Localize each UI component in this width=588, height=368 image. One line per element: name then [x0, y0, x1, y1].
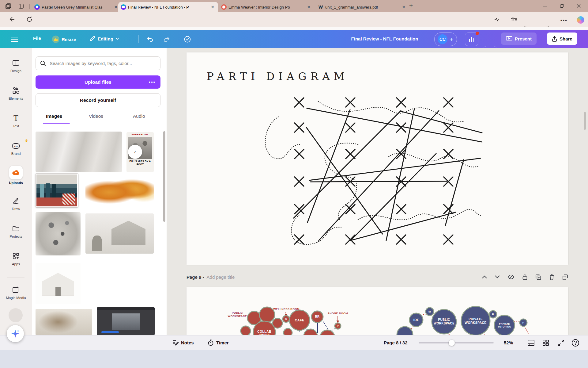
search-icon — [40, 60, 46, 66]
label-phone-room: PHONE ROOM — [326, 312, 349, 315]
page9-title-placeholder[interactable]: Add page title — [207, 274, 235, 280]
file-menu-button[interactable]: File — [33, 36, 41, 41]
editing-label: Editing — [98, 36, 113, 41]
lock-page-icon[interactable] — [522, 274, 527, 280]
label-cafe: CAFE — [292, 318, 307, 322]
presentation-view-button[interactable] — [527, 339, 535, 347]
invite-plus-icon[interactable]: + — [450, 36, 454, 43]
share-button[interactable]: Share — [547, 33, 577, 45]
close-window-button[interactable] — [571, 0, 586, 12]
panel-scrollbar-thumb[interactable] — [163, 131, 165, 222]
thumbnail-watercolor-splash[interactable] — [85, 176, 154, 206]
user-avatar[interactable]: CC — [438, 34, 447, 44]
thumbnail-faded-house[interactable] — [85, 213, 154, 254]
search-input[interactable] — [49, 60, 160, 66]
tab-audio[interactable]: Audio — [133, 113, 145, 119]
zoom-slider[interactable] — [419, 342, 494, 343]
grid-view-button[interactable] — [542, 339, 549, 347]
settings-more-icon[interactable]: ••• — [560, 18, 567, 23]
sidebar-item-text[interactable]: T Text — [0, 113, 32, 128]
maximize-button[interactable] — [554, 0, 568, 12]
zoom-level[interactable]: 52% — [504, 340, 513, 345]
timer-icon — [208, 339, 214, 346]
editing-mode-dropdown[interactable]: Editing — [89, 36, 119, 42]
close-tab-icon[interactable]: ✕ — [401, 5, 407, 10]
record-yourself-button[interactable]: Record yourself — [36, 93, 160, 107]
collapse-panel-button[interactable]: ‹ — [128, 145, 142, 159]
tab-emma-weaver[interactable]: Emma Weaver : Interior Design Po ✕ — [219, 2, 314, 12]
back-icon[interactable] — [8, 16, 15, 23]
sidebar-extra-item[interactable] — [9, 308, 23, 322]
favorites-list-icon[interactable] — [511, 16, 518, 23]
canva-assistant-button[interactable] — [7, 325, 24, 342]
help-button[interactable] — [571, 339, 579, 347]
thumbnail-head-collage[interactable] — [36, 212, 81, 255]
record-yourself-label: Record yourself — [80, 98, 116, 103]
present-button[interactable]: Present — [501, 33, 537, 45]
thumbnail-sepia-collage[interactable] — [36, 309, 92, 335]
notes-label: Notes — [181, 340, 194, 345]
page-8-parti-diagram[interactable]: PARTI DIAGRAM — [187, 52, 568, 265]
save-status-icon[interactable] — [184, 36, 191, 43]
sidebar-item-draw[interactable]: Draw — [0, 196, 32, 211]
sidebar-item-elements[interactable]: Elements — [0, 86, 32, 100]
thumbnail-photoshop-screenshot[interactable] — [97, 307, 155, 335]
sidebar-item-design[interactable]: Design — [0, 58, 32, 73]
tab-actions-icon[interactable] — [18, 3, 24, 10]
undo-button[interactable] — [146, 36, 154, 43]
file-label: File — [33, 36, 41, 41]
copilot-icon[interactable] — [577, 16, 584, 24]
redo-button[interactable] — [163, 36, 170, 43]
share-label: Share — [560, 36, 572, 41]
thumbnail-white-house[interactable] — [36, 263, 81, 304]
workspaces-icon[interactable] — [5, 3, 12, 10]
sidebar-item-projects[interactable]: Projects — [0, 224, 32, 238]
page-9-bubble-diagram[interactable]: PUBLIC WORKSPACE WELLNESS ROOM PHONE ROO… — [187, 287, 568, 335]
close-tab-icon[interactable]: ✕ — [209, 5, 216, 10]
sidebar-item-apps[interactable]: Apps — [0, 251, 32, 266]
label-wellness-room: WELLNESS ROOM — [273, 308, 300, 311]
tab-images[interactable]: Images — [46, 113, 62, 119]
timer-button[interactable]: Timer — [208, 339, 229, 346]
browser-essentials-icon[interactable] — [494, 16, 500, 23]
refresh-icon[interactable] — [26, 16, 33, 23]
insights-button[interactable] — [465, 33, 478, 46]
notes-button[interactable]: Notes — [172, 339, 194, 346]
thumbnail-brown-collage[interactable] — [85, 260, 154, 306]
hide-page-icon[interactable] — [508, 274, 514, 280]
collaborators-pill: CC + — [434, 33, 457, 46]
canvas-scrollbar-thumb[interactable] — [584, 112, 586, 130]
thumbnail-books-photo-selected[interactable] — [36, 174, 78, 207]
duplicate-page-icon[interactable] — [535, 274, 541, 280]
resize-button[interactable]: Resize — [52, 36, 76, 43]
thumbnail-crumpled-paper[interactable] — [36, 132, 122, 172]
sidebar-item-magic-media[interactable]: Magic Media — [0, 285, 32, 300]
move-page-down-icon[interactable] — [495, 275, 500, 278]
page-indicator[interactable]: Page 8 / 32 — [384, 340, 408, 345]
delete-page-icon[interactable] — [549, 274, 554, 280]
tab-pastel-green[interactable]: Pastel Green Grey Minimalist Clas ✕ — [32, 2, 121, 12]
upload-options-icon[interactable]: ••• — [149, 79, 156, 85]
add-page-icon[interactable] — [562, 274, 568, 280]
sidebar-item-uploads[interactable]: Uploads — [0, 166, 32, 185]
sidebar-label: Design — [0, 69, 32, 73]
tab-final-review[interactable]: Final Review - NFL Foundation - P ✕ — [118, 2, 218, 12]
move-page-up-icon[interactable] — [482, 275, 487, 278]
chevron-down-icon — [115, 37, 119, 40]
tab-grammar-pdf[interactable]: W unit_1_grammar_answers.pdf ✕ — [315, 2, 409, 12]
minimize-button[interactable] — [538, 0, 552, 12]
close-tab-icon[interactable]: ✕ — [306, 5, 312, 10]
divider — [505, 16, 505, 23]
label-m: M — [428, 310, 432, 313]
uploads-panel: Upload files ••• Record yourself Images … — [32, 48, 167, 335]
fullscreen-button[interactable] — [557, 339, 565, 347]
document-title[interactable]: Final Review - NFL Foundation — [314, 36, 455, 41]
zoom-slider-thumb[interactable] — [449, 340, 455, 346]
tab-videos[interactable]: Videos — [89, 113, 103, 119]
new-tab-button[interactable]: + — [409, 2, 413, 10]
sidebar-item-brand[interactable]: co ♛ Brand — [0, 141, 32, 155]
present-label: Present — [515, 36, 532, 41]
menu-icon[interactable] — [10, 36, 18, 42]
upload-files-button[interactable]: Upload files ••• — [36, 75, 160, 89]
crown-badge-icon: ♛ — [25, 139, 28, 143]
